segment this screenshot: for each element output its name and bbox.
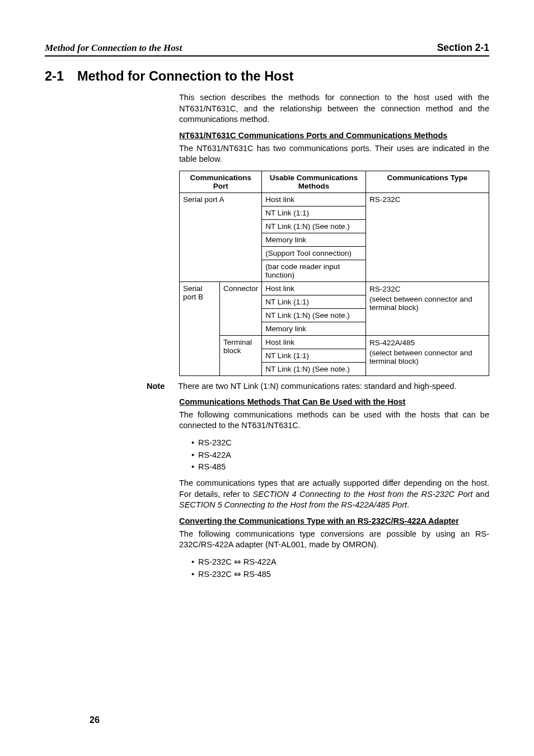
bullet-list: RS-232C RS-422A RS-485 [191, 437, 489, 473]
cell-method: Host link [262, 335, 366, 349]
subhead-ports-methods: NT631/NT631C Communications Ports and Co… [179, 131, 489, 140]
type-line: RS-232C [369, 284, 485, 294]
text-fragment: . [407, 500, 409, 509]
type-line: (select between connector and terminal b… [369, 348, 485, 367]
cell-port-b: Serial port B [180, 281, 220, 375]
header-right: Section 2-1 [437, 42, 489, 54]
th-port: Communications Port [180, 171, 262, 192]
note-text: There are two NT Link (1:N) communicatio… [178, 382, 489, 391]
communications-table: Communications Port Usable Communication… [179, 171, 489, 376]
text-fragment: and [472, 490, 489, 499]
sub2-paragraph-2: The communications types that are actual… [179, 478, 489, 511]
th-methods: Usable Communications Methods [262, 171, 366, 192]
page-header: Method for Connection to the Host Sectio… [45, 42, 489, 57]
cell-method: (bar code reader input function) [262, 260, 366, 281]
sub3-paragraph: The following communications type conver… [179, 529, 489, 551]
list-item: RS-232C ⇔ RS-485 [191, 569, 489, 581]
table-header-row: Communications Port Usable Communication… [180, 171, 489, 192]
header-left: Method for Connection to the Host [45, 43, 182, 54]
section-title: Method for Connection to the Host [77, 69, 293, 84]
list-item: RS-232C ⇔ RS-422A [191, 556, 489, 569]
cell-method: NT Link (1:1) [262, 206, 366, 219]
cell-method: Memory link [262, 322, 366, 335]
subhead-converting: Converting the Communications Type with … [179, 516, 489, 525]
cell-terminal-block: Terminal block [220, 335, 262, 375]
table-row: Serial port A Host link RS-232C [180, 192, 489, 206]
note-block: Note There are two NT Link (1:N) communi… [45, 382, 489, 391]
cell-port-a: Serial port A [180, 192, 262, 281]
cell-type: RS-232C (select between connector and te… [366, 281, 489, 335]
list-item: RS-485 [191, 461, 489, 473]
cell-method: NT Link (1:N) (See note.) [262, 308, 366, 322]
cell-method: Host link [262, 192, 366, 206]
intro-paragraph: This section describes the methods for c… [179, 92, 489, 125]
cell-connector: Connector [220, 281, 262, 335]
cell-method: NT Link (1:N) (See note.) [262, 362, 366, 375]
text-italic: SECTION 5 Connecting to the Host from th… [179, 500, 407, 509]
cell-method: NT Link (1:1) [262, 295, 366, 308]
list-item: RS-232C [191, 437, 489, 449]
type-line: RS-422A/485 [369, 338, 485, 348]
th-type: Communications Type [366, 171, 489, 192]
cell-method: NT Link (1:N) (See note.) [262, 219, 366, 233]
section-heading: 2-1 Method for Connection to the Host [45, 69, 489, 84]
cell-method: Host link [262, 281, 366, 295]
sub2-paragraph: The following communications methods can… [179, 410, 489, 431]
bullet-list: RS-232C ⇔ RS-422A RS-232C ⇔ RS-485 [191, 556, 489, 581]
cell-type: RS-232C [366, 192, 489, 281]
cell-type: RS-422A/485 (select between connector an… [366, 335, 489, 375]
table-row: Terminal block Host link RS-422A/485 (se… [180, 335, 489, 349]
type-line: (select between connector and terminal b… [369, 294, 485, 313]
subhead-comm-methods-host: Communications Methods That Can Be Used … [179, 397, 489, 406]
section-number: 2-1 [45, 69, 64, 84]
cell-method: NT Link (1:1) [262, 349, 366, 362]
sub1-paragraph: The NT631/NT631C has two communications … [179, 143, 489, 165]
text-italic: SECTION 4 Connecting to the Host from th… [253, 490, 473, 499]
cell-method: (Support Tool connection) [262, 246, 366, 260]
note-label: Note [147, 382, 165, 391]
table-row: Serial port B Connector Host link RS-232… [180, 281, 489, 295]
cell-method: Memory link [262, 233, 366, 246]
list-item: RS-422A [191, 449, 489, 462]
page-number: 26 [90, 715, 100, 725]
